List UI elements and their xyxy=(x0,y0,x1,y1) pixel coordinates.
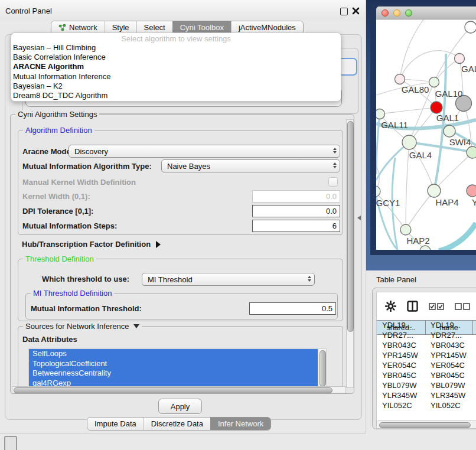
node-label: GAL xyxy=(461,64,476,74)
float-window-icon[interactable] xyxy=(340,8,348,15)
select-all-columns-icon[interactable] xyxy=(429,303,444,310)
table-cell: YBL079W xyxy=(377,380,425,390)
collapsed-panel-chip[interactable] xyxy=(4,436,17,450)
network-node-gal80[interactable] xyxy=(395,74,405,84)
close-icon[interactable] xyxy=(352,7,360,15)
table-panel-title: Table Panel xyxy=(376,275,416,284)
combo-spinner-icon xyxy=(308,276,311,282)
threshold-combobox[interactable]: MI Threshold xyxy=(142,273,315,286)
network-node-swi4[interactable] xyxy=(444,125,455,137)
table-horizontal-scrollbar[interactable] xyxy=(377,420,476,428)
tab-style[interactable]: Style xyxy=(105,21,136,34)
list-scrollbar[interactable] xyxy=(318,349,326,389)
network-node-hap2[interactable] xyxy=(400,224,411,235)
algorithm-option[interactable]: Bayesian – Hill Climbing xyxy=(11,43,341,53)
tab-jactivemnodules[interactable]: jActiveMNodules xyxy=(231,21,303,34)
table-row[interactable]: YDL19...YDL19...13 xyxy=(377,320,476,330)
sources-toggle[interactable]: Sources for Network Inference xyxy=(23,322,142,331)
kernel-width-field[interactable] xyxy=(252,190,340,203)
algorithm-option[interactable]: ARACNE Algorithm xyxy=(11,62,341,71)
mac-zoom-button[interactable] xyxy=(405,9,412,17)
tab-cyni-toolbox[interactable]: Cyni Toolbox xyxy=(172,21,231,34)
table-cell: YDL19... xyxy=(377,320,425,330)
network-node[interactable] xyxy=(467,146,476,158)
network-node-gal4[interactable] xyxy=(402,135,416,149)
mac-minimize-button[interactable] xyxy=(393,9,400,17)
settings-vertical-scrollbar[interactable] xyxy=(346,119,354,388)
network-edge xyxy=(434,27,471,82)
tab-network[interactable]: Network xyxy=(51,21,105,34)
network-edge xyxy=(380,107,436,114)
settings-horizontal-scrollbar[interactable] xyxy=(12,386,346,393)
attribute-item[interactable]: TopologicalCoefficient xyxy=(29,359,318,369)
table-row[interactable]: YBL079WYBL079W xyxy=(377,380,476,390)
table-row[interactable]: YBR043CYBR043C xyxy=(377,340,476,350)
deselect-all-columns-icon[interactable] xyxy=(455,303,470,310)
mi-algorithm-type-combobox[interactable]: Naive Bayes xyxy=(161,159,340,172)
hub-definition-toggle[interactable]: Hub/Transcription Factor Definition xyxy=(22,240,161,249)
apply-button[interactable]: Apply xyxy=(158,399,202,414)
split-panel-icon[interactable] xyxy=(407,301,418,312)
table-cell: YDL19... xyxy=(425,320,472,330)
gear-icon[interactable] xyxy=(385,301,396,312)
network-node-gal11[interactable] xyxy=(376,109,385,119)
table-row[interactable]: YBR045CYBR045C9. xyxy=(377,370,476,380)
algorithm-dropdown: Select algorithm to view settings Bayesi… xyxy=(11,32,341,102)
network-node[interactable] xyxy=(465,21,476,33)
algorithm-option[interactable]: Basic Correlation Inference xyxy=(11,53,341,62)
settings-group-title: Cyni Algorithm Settings xyxy=(15,110,99,119)
table-cell: YBR043C xyxy=(377,340,425,350)
tab-select[interactable]: Select xyxy=(136,21,172,34)
aracne-mode-label: Aracne Mode: xyxy=(22,147,73,156)
table-row[interactable]: YDR27...YDR27...12 xyxy=(377,330,476,340)
network-edge xyxy=(376,191,406,230)
network-node-gcy1[interactable] xyxy=(376,186,380,197)
table-panel: shared...nameA YDL19...YDL19...13YDR27..… xyxy=(372,288,476,429)
manual-kernel-label: Manual Kernel Width Definition xyxy=(22,178,136,187)
subtab-discretize-data[interactable]: Discretize Data xyxy=(144,418,210,430)
table-row[interactable]: YLR345WYLR345W9. xyxy=(377,390,476,400)
table-row[interactable]: YIL052CYIL052C9. xyxy=(377,400,476,410)
node-label: GAL80 xyxy=(402,84,429,94)
algorithm-option[interactable]: Dream8 DC_TDC Algorithm xyxy=(11,91,341,100)
algorithm-definition-title: Algorithm Definition xyxy=(23,126,94,135)
manual-kernel-checkbox[interactable] xyxy=(328,177,338,187)
network-edge xyxy=(406,191,434,230)
list-scrollbar-thumb[interactable] xyxy=(319,350,326,387)
combo-spinner-icon xyxy=(333,162,337,168)
network-node-gal1[interactable] xyxy=(431,102,442,113)
network-node-gal10[interactable] xyxy=(429,77,439,87)
data-attributes-list[interactable]: SelfLoopsTopologicalCoefficientBetweenne… xyxy=(28,348,327,389)
table-row[interactable]: YPR145WYPR145W9. xyxy=(377,350,476,360)
tab-label: Style xyxy=(112,23,129,32)
network-node-hap4[interactable] xyxy=(428,184,441,197)
hub-definition-label: Hub/Transcription Factor Definition xyxy=(22,240,151,249)
network-canvas[interactable]: GALGAL80GAL10GAL1GAL11SWI4GAL4GCY1HAP4YH… xyxy=(376,19,476,250)
expanded-arrow-icon xyxy=(133,324,139,328)
table-row[interactable]: YER054CYER054C8. xyxy=(377,360,476,370)
attribute-item[interactable]: BetweennessCentrality xyxy=(29,369,318,379)
mac-close-button[interactable] xyxy=(382,9,389,17)
settings-hscroll-thumb[interactable] xyxy=(14,387,332,393)
network-node-gal[interactable] xyxy=(455,54,465,64)
sources-group: Sources for Network Inference Data Attri… xyxy=(18,326,343,392)
subtab-impute-data[interactable]: Impute Data xyxy=(87,418,144,430)
dpi-tolerance-field[interactable] xyxy=(252,205,340,217)
mi-threshold-field[interactable] xyxy=(249,302,336,315)
mi-steps-field[interactable] xyxy=(252,220,340,232)
subtab-infer-network[interactable]: Infer Network xyxy=(210,418,270,430)
network-node-y[interactable] xyxy=(467,185,476,197)
attribute-item[interactable]: SelfLoops xyxy=(29,349,318,359)
collapsed-arrow-icon xyxy=(156,241,161,248)
table-hscroll-thumb[interactable] xyxy=(379,422,471,428)
aracne-mode-combobox[interactable]: Discovery xyxy=(69,145,340,158)
algorithm-option[interactable]: Bayesian – K2 xyxy=(11,81,341,91)
node-label: GAL1 xyxy=(436,113,459,123)
table-cell: YIL052C xyxy=(425,400,472,410)
mi-steps-label: Mutual Information Steps: xyxy=(22,221,117,230)
algorithm-option[interactable]: Mutual Information Inference xyxy=(11,72,341,81)
panel-splitter-arrow-icon[interactable] xyxy=(357,216,361,220)
threshold-value: MI Threshold xyxy=(148,275,193,284)
settings-vscroll-thumb[interactable] xyxy=(347,121,354,332)
table-cell: 12 xyxy=(472,330,476,340)
